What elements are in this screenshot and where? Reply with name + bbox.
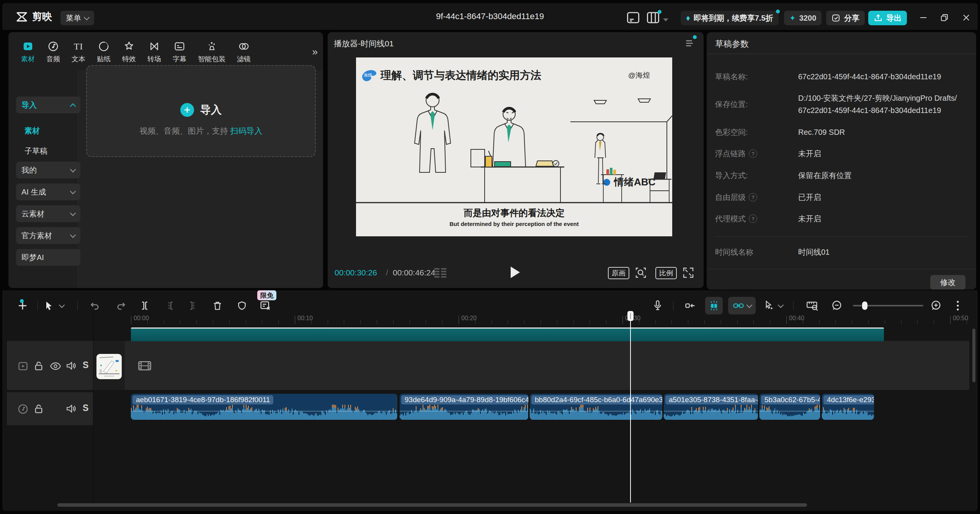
export-button[interactable]: 导出 [868,11,907,25]
cursor-link-caret-icon [778,302,784,308]
audio-lock-icon[interactable] [34,404,44,414]
tab-transition[interactable]: 转场 [142,41,167,64]
record-voiceover-button[interactable] [652,297,663,314]
timeline-more-button[interactable] [956,297,959,314]
sidebar-item-subdraft[interactable]: 子草稿 [16,142,83,159]
tab-text[interactable]: TI文本 [66,41,91,64]
help-icon[interactable]: ? [749,193,757,201]
video-lock-icon[interactable] [34,361,44,372]
smartpack-icon [206,41,217,52]
video-preview[interactable]: 海煌 理解、调节与表达情绪的实用方法 @海煌 情绪ABC [356,57,672,236]
ruler-label: 00:00 [134,315,149,322]
mask-button[interactable] [237,297,247,314]
playhead-handle[interactable] [627,311,634,321]
video-track-thumbnail[interactable] [96,354,122,379]
credits-button[interactable]: ✦ 3200 [784,11,822,25]
sidebar-item-ai-generate[interactable]: AI 生成 [16,183,80,200]
split-keep-left-button[interactable] [165,297,175,314]
horizontal-scrollbar[interactable] [57,503,807,507]
scan-import-link[interactable]: 扫码导入 [230,126,262,135]
tab-audio[interactable]: 音频 [41,41,66,64]
workspace-layout-icon[interactable] [646,11,660,24]
tab-label: 转场 [147,54,161,64]
audio-clip[interactable]: bb80d2a4-69cf-485c-b6a0-6d47a690e3 [530,394,662,420]
preview-zoom-icon[interactable] [635,267,647,279]
zoom-in-button[interactable] [930,297,942,314]
close-button[interactable] [959,10,974,25]
media-panel: 素材音频TI文本贴纸特效转场字幕智能包装滤镜 » 导入素材子草稿我的AI 生成云… [8,32,323,288]
link-preview-button[interactable] [728,297,756,314]
param-value: D:/100-安装文件夹/27-剪映/JianyingPro Drafts/67… [798,92,957,116]
vip-banner[interactable]: ♦ 即将到期，续费享7.5折 [681,11,779,25]
player-layout-icon[interactable] [626,11,640,24]
help-icon[interactable]: ? [749,149,757,158]
vertical-scrollbar[interactable] [972,329,975,382]
select-tool-caret-icon[interactable] [60,297,64,314]
track-header-divider [93,314,93,506]
audio-solo-label[interactable]: S [83,403,88,413]
sidebar-item-material[interactable]: 素材 [16,122,83,139]
fullscreen-icon[interactable] [682,267,694,279]
tab-material[interactable]: 素材 [15,41,41,64]
tab-label: 贴纸 [97,54,111,64]
cursor-link-button[interactable] [764,297,783,314]
audio-icon [47,41,59,52]
tab-filter[interactable]: 滤镜 [231,41,256,64]
param-row: 色彩空间:Rec.709 SDR [715,126,969,138]
original-quality-button[interactable]: 原画 [608,267,629,279]
tab-sticker[interactable]: 贴纸 [91,41,116,64]
param-row: 草稿名称:67c22d01-459f-44c1-8647-b304ded11e1… [715,70,969,83]
audio-clip[interactable]: 93de64d9-909a-4a79-89d8-19bf606c4 [400,394,528,420]
layout-dropdown-caret-icon[interactable] [663,18,668,21]
add-media-button[interactable] [17,297,28,314]
video-clip-bar[interactable] [131,327,884,341]
play-button[interactable] [509,266,521,279]
player-menu-icon[interactable] [684,38,694,48]
sidebar-item-dreamina[interactable]: 即梦AI [16,249,80,266]
split-keep-right-button[interactable] [188,297,198,314]
import-subtitle: 视频、音频、图片，支持 扫码导入 [87,126,315,136]
more-tabs-button[interactable]: » [312,46,318,58]
sidebar-item-label: 子草稿 [24,146,47,156]
restore-button[interactable] [937,10,952,25]
sidebar-item-mine[interactable]: 我的 [16,162,80,178]
share-button[interactable]: 分享 [826,11,865,25]
param-row: 保存位置:D:/100-安装文件夹/27-剪映/JianyingPro Draf… [715,92,969,116]
audio-clip[interactable]: a501e305-8738-4351-8faa-43 [664,394,758,420]
audio-clip[interactable]: aeb01671-3819-4ce8-97db-186f982f0011 [131,394,397,420]
minimize-button[interactable] [916,10,931,25]
sidebar-item-official[interactable]: 官方素材 [16,227,80,244]
video-mute-icon[interactable] [66,361,77,371]
timeline-zoom-slider[interactable] [853,305,923,306]
tab-smartpack[interactable]: 智能包装 [192,41,231,64]
timeline-scale-settings-button[interactable] [806,297,818,314]
select-tool-button[interactable] [44,297,54,314]
split-button[interactable] [139,297,150,314]
tab-effects[interactable]: 特效 [116,41,142,64]
redo-button[interactable] [116,297,126,314]
audio-clip-label: 4dc13f6e-e293- [823,395,874,404]
undo-button[interactable] [90,297,100,314]
audio-mute-icon[interactable] [66,404,77,414]
tab-captions[interactable]: 字幕 [167,41,192,64]
aspect-ratio-button[interactable]: 比例 [655,267,677,279]
transition-icon [149,41,160,52]
sidebar-item-cloud[interactable]: 云素材 [16,205,80,222]
zoom-slider-handle[interactable] [862,301,867,310]
audio-clip[interactable]: 5b3a0c62-67b5-42 [760,394,820,420]
audio-clip[interactable]: 4dc13f6e-e293- [822,394,874,420]
snap-preview-button[interactable] [684,297,696,314]
modify-button[interactable]: 修改 [930,275,965,290]
delete-button[interactable] [212,297,223,314]
video-visibility-icon[interactable] [50,362,61,371]
zoom-out-button[interactable] [831,297,843,314]
media-sidebar: 导入素材子草稿我的AI 生成云素材官方素材即梦AI [8,70,77,288]
import-dropzone[interactable]: 导入 视频、音频、图片，支持 扫码导入 [86,65,316,157]
export-icon [874,13,883,23]
sidebar-item-import[interactable]: 导入 [16,97,80,113]
auto-snap-button[interactable] [705,297,723,314]
video-solo-label[interactable]: S [83,360,88,370]
playhead-line[interactable] [630,314,631,503]
frame-preview-icon[interactable] [433,267,449,279]
help-icon[interactable]: ? [749,214,757,223]
